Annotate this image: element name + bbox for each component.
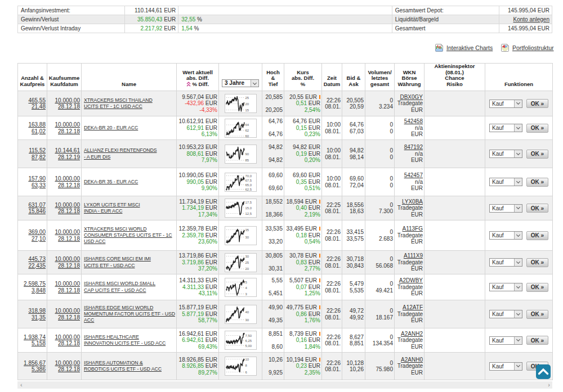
svg-text:6,25: 6,25 (245, 339, 252, 343)
svg-text:90: 90 (245, 152, 249, 156)
svg-text:10: 10 (245, 358, 249, 361)
svg-text:12,5: 12,5 (245, 212, 252, 215)
svg-text:85: 85 (245, 159, 249, 162)
svg-text:20: 20 (245, 267, 249, 271)
svg-text:17,5: 17,5 (245, 201, 252, 204)
svg-text:30: 30 (245, 235, 249, 238)
svg-text:15: 15 (245, 109, 249, 112)
svg-text:70,0: 70,0 (245, 174, 252, 177)
svg-text:30: 30 (245, 254, 249, 258)
svg-text:65,0: 65,0 (245, 183, 252, 186)
svg-text:15,0: 15,0 (245, 206, 252, 210)
svg-text:20: 20 (245, 102, 249, 106)
svg-text:64: 64 (245, 123, 249, 127)
svg-text:30: 30 (245, 318, 249, 321)
svg-text:7,50: 7,50 (245, 334, 252, 337)
svg-text:5,00: 5,00 (245, 344, 252, 348)
svg-text:60: 60 (245, 134, 249, 138)
svg-text:67,5: 67,5 (245, 178, 252, 182)
svg-text:35: 35 (245, 228, 249, 231)
svg-text:25: 25 (245, 96, 249, 100)
svg-text:40: 40 (245, 310, 249, 313)
svg-text:25: 25 (245, 260, 249, 264)
svg-text:62,5: 62,5 (245, 187, 252, 191)
svg-text:62: 62 (245, 129, 249, 132)
